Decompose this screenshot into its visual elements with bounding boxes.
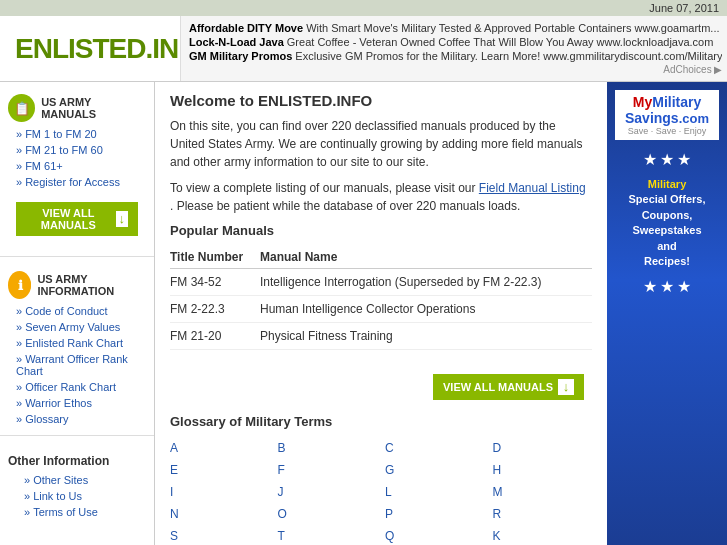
sidebar-link-enlisted-rank[interactable]: Enlisted Rank Chart: [0, 335, 154, 351]
table-row: FM 21-20 Physical Fitness Training: [170, 323, 592, 350]
glossary-R[interactable]: R: [493, 505, 593, 523]
info-icon: ℹ: [8, 271, 31, 299]
view-all-manuals-main-button[interactable]: VIEW ALL MANUALS ↓: [433, 374, 584, 400]
savings-my: My: [633, 94, 652, 110]
view-all-manuals-button[interactable]: VIEW ALL MANUALS ↓: [16, 202, 138, 236]
glossary-G[interactable]: G: [385, 461, 485, 479]
ad-3-title: GM Military Promos: [189, 50, 292, 62]
ad-3: GM Military Promos Exclusive GM Promos f…: [189, 50, 722, 62]
intro-p2: To view a complete listing of our manual…: [170, 179, 592, 215]
sidebar-link-glossary[interactable]: Glossary: [0, 411, 154, 427]
glossary-E[interactable]: E: [170, 461, 270, 479]
manual-name-3: Physical Fitness Training: [260, 323, 592, 350]
logo-enlisted: ENLISTED: [15, 33, 145, 64]
stars-row-2: ★ ★ ★: [643, 277, 691, 296]
logo-area: ENLISTED.INFO: [0, 16, 180, 81]
sidebar-link-other-sites[interactable]: Other Sites: [8, 472, 146, 488]
sidebar-link-fm21[interactable]: FM 21 to FM 60: [0, 142, 154, 158]
sidebar-link-conduct[interactable]: Code of Conduct: [0, 303, 154, 319]
glossary-K[interactable]: K: [493, 527, 593, 545]
glossary-M[interactable]: M: [493, 483, 593, 501]
ad-1-text: With Smart Move's Military Tested & Appr…: [306, 22, 719, 34]
manuals-section: 📋 US ARMY MANUALS FM 1 to FM 20 FM 21 to…: [0, 90, 154, 257]
glossary-I[interactable]: I: [170, 483, 270, 501]
info-section-header: ℹ US ARMY INFORMATION: [0, 267, 154, 303]
sidebar-link-fm61[interactable]: FM 61+: [0, 158, 154, 174]
table-row: FM 34-52 Intelligence Interrogation (Sup…: [170, 269, 592, 296]
glossary-title: Glossary of Military Terms: [170, 414, 592, 429]
glossary-A[interactable]: A: [170, 439, 270, 457]
manuals-header-label: US ARMY MANUALS: [41, 96, 146, 120]
ad-copy-recipes: Recipes!: [644, 255, 690, 267]
sidebar-link-values[interactable]: Seven Army Values: [0, 319, 154, 335]
manuals-table: Title Number Manual Name FM 34-52 Intell…: [170, 246, 592, 350]
savings-com: .com: [679, 111, 709, 126]
glossary-H[interactable]: H: [493, 461, 593, 479]
savings-logo[interactable]: MyMilitary Savings.com Save · Save · Enj…: [615, 90, 719, 140]
download-icon-main: ↓: [558, 379, 574, 395]
ad-copy-coupons: Coupons,: [642, 209, 693, 221]
download-icon: ↓: [116, 211, 128, 227]
info-section: ℹ US ARMY INFORMATION Code of Conduct Se…: [0, 267, 154, 436]
glossary-O[interactable]: O: [278, 505, 378, 523]
savings-savings: Savings: [625, 110, 679, 126]
ad-choices[interactable]: AdChoices ▶: [189, 64, 722, 75]
glossary-D[interactable]: D: [493, 439, 593, 457]
ad-copy-military: Military: [648, 178, 687, 190]
field-manual-link[interactable]: Field Manual Listing: [479, 181, 586, 195]
sidebar-link-warrant-rank[interactable]: Warrant Officer Rank Chart: [0, 351, 154, 379]
ads-bar: Affordable DITY Move With Smart Move's M…: [180, 16, 727, 81]
manual-number-2: FM 2-22.3: [170, 296, 260, 323]
main-layout: 📋 US ARMY MANUALS FM 1 to FM 20 FM 21 to…: [0, 82, 727, 545]
popular-manuals-title: Popular Manuals: [170, 223, 592, 238]
sidebar-link-register[interactable]: Register for Access: [0, 174, 154, 190]
sidebar-link-fm1[interactable]: FM 1 to FM 20: [0, 126, 154, 142]
table-row: FM 2-22.3 Human Intelligence Collector O…: [170, 296, 592, 323]
sidebar-link-officer-rank[interactable]: Officer Rank Chart: [0, 379, 154, 395]
view-all-manuals-label: VIEW ALL MANUALS: [26, 207, 111, 231]
date-text: June 07, 2011: [649, 2, 719, 14]
sidebar-link-warrior[interactable]: Warrior Ethos: [0, 395, 154, 411]
glossary-F[interactable]: F: [278, 461, 378, 479]
glossary-grid: A B C D E F G H I J L M N O P R S T Q K: [170, 439, 592, 545]
col-name: Manual Name: [260, 246, 592, 269]
glossary-S[interactable]: S: [170, 527, 270, 545]
glossary-T[interactable]: T: [278, 527, 378, 545]
sidebar-link-terms[interactable]: Terms of Use: [8, 504, 146, 520]
ad-2-title: Lock-N-Load Java: [189, 36, 284, 48]
glossary-L[interactable]: L: [385, 483, 485, 501]
glossary-C[interactable]: C: [385, 439, 485, 457]
glossary-B[interactable]: B: [278, 439, 378, 457]
manual-number-1: FM 34-52: [170, 269, 260, 296]
svg-text:📋: 📋: [14, 100, 31, 117]
date-bar: June 07, 2011: [0, 0, 727, 16]
manuals-section-header: 📋 US ARMY MANUALS: [0, 90, 154, 126]
ad-1: Affordable DITY Move With Smart Move's M…: [189, 22, 722, 34]
other-info-header: Other Information: [8, 454, 146, 468]
savings-tagline: Save · Save · Enjoy: [621, 126, 713, 136]
ad-2: Lock-N-Load Java Great Coffee - Veteran …: [189, 36, 722, 48]
glossary-Q[interactable]: Q: [385, 527, 485, 545]
sidebar-link-link-us[interactable]: Link to Us: [8, 488, 146, 504]
star-4: ★: [643, 277, 657, 296]
right-ad-sidebar: MyMilitary Savings.com Save · Save · Enj…: [607, 82, 727, 545]
ad-copy-special: Special Offers,: [628, 193, 705, 205]
main-content: Welcome to ENLISTED.INFO On this site, y…: [155, 82, 607, 545]
info-header-label: US ARMY INFORMATION: [37, 273, 146, 297]
left-sidebar: 📋 US ARMY MANUALS FM 1 to FM 20 FM 21 to…: [0, 82, 155, 545]
star-6: ★: [677, 277, 691, 296]
glossary-P[interactable]: P: [385, 505, 485, 523]
ad-1-title: Affordable DITY Move: [189, 22, 303, 34]
savings-military: Military: [652, 94, 701, 110]
manuals-icon: 📋: [8, 94, 35, 122]
view-all-row: VIEW ALL MANUALS ↓: [170, 360, 592, 414]
manual-name-1: Intelligence Interrogation (Superseded b…: [260, 269, 592, 296]
stars-row: ★ ★ ★: [643, 150, 691, 169]
ad-copy-and: and: [657, 240, 677, 252]
glossary-J[interactable]: J: [278, 483, 378, 501]
star-2: ★: [660, 150, 674, 169]
star-3: ★: [677, 150, 691, 169]
header: ENLISTED.INFO Affordable DITY Move With …: [0, 16, 727, 82]
glossary-N[interactable]: N: [170, 505, 270, 523]
intro-p1: On this site, you can find over 220 decl…: [170, 117, 592, 171]
